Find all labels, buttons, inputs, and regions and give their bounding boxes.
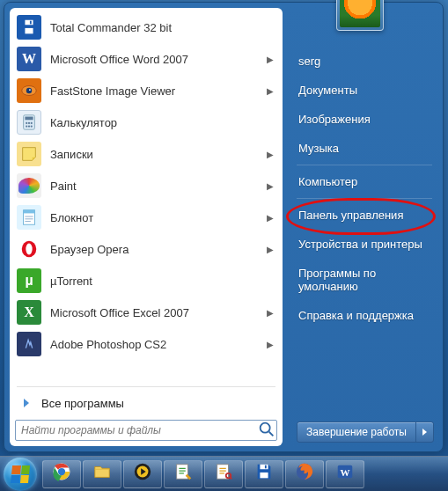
- program-item[interactable]: Adobe Photoshop CS2▶: [11, 328, 281, 360]
- program-item[interactable]: Paint▶: [11, 170, 281, 202]
- submenu-arrow-icon: ▶: [267, 86, 274, 96]
- svg-point-8: [26, 122, 27, 124]
- right-panel-item[interactable]: Устройства и принтеры: [293, 230, 436, 259]
- svg-rect-1: [25, 28, 33, 33]
- separator: [297, 198, 432, 199]
- program-label: FastStone Image Viewer: [50, 84, 267, 98]
- taskbar-app-firefox[interactable]: [285, 460, 324, 488]
- arrow-right-icon: [24, 399, 29, 407]
- all-programs-button[interactable]: Все программы: [11, 390, 281, 416]
- taskbar-app-word2[interactable]: W: [326, 460, 364, 488]
- program-item[interactable]: Total Commander 32 bit: [11, 11, 281, 43]
- program-item[interactable]: µµTorrent: [11, 265, 281, 297]
- taskbar-app-explorer[interactable]: [83, 460, 121, 488]
- right-panel-item[interactable]: Изображения: [293, 105, 436, 134]
- firefox-icon: [295, 462, 314, 486]
- right-panel-item[interactable]: Справка и поддержка: [293, 301, 436, 330]
- program-label: Записки: [50, 148, 267, 161]
- explorer-icon: [92, 462, 112, 486]
- player-icon: [133, 462, 152, 486]
- opera-icon: [17, 237, 41, 261]
- utorrent-icon: µ: [17, 268, 41, 293]
- svg-rect-2: [30, 21, 32, 25]
- taskbar-app-save2[interactable]: [245, 460, 283, 488]
- taskbar: W: [0, 456, 448, 491]
- taskbar-app-image-viewer[interactable]: [204, 460, 243, 488]
- svg-rect-30: [177, 465, 188, 480]
- right-panel-item[interactable]: serg: [293, 47, 436, 76]
- shutdown-label[interactable]: Завершение работы: [297, 422, 415, 442]
- divider: [17, 386, 275, 387]
- search-box[interactable]: [15, 420, 277, 441]
- svg-point-22: [261, 422, 270, 432]
- program-label: Adobe Photoshop CS2: [50, 338, 267, 351]
- photoshop-icon: [17, 332, 41, 356]
- sticky-notes-icon: [17, 142, 41, 166]
- start-menu-right-panel: sergДокументыИзображенияМузыкаКомпьютерП…: [283, 8, 437, 446]
- program-label: Блокнот: [50, 211, 267, 224]
- start-menu: Total Commander 32 bitWMicrosoft Office …: [4, 2, 444, 452]
- search-input[interactable]: [16, 424, 257, 436]
- submenu-arrow-icon: ▶: [267, 55, 274, 64]
- start-menu-left-panel: Total Commander 32 bitWMicrosoft Office …: [10, 8, 283, 446]
- save2-icon: [254, 462, 274, 486]
- word-icon: W: [17, 47, 41, 71]
- svg-point-11: [26, 125, 27, 127]
- right-panel-item[interactable]: Компьютер: [293, 167, 436, 196]
- svg-point-5: [29, 89, 31, 91]
- shutdown-row: Завершение работы: [293, 419, 436, 444]
- shutdown-button[interactable]: Завершение работы: [297, 421, 434, 443]
- svg-point-12: [28, 125, 30, 127]
- svg-point-9: [28, 122, 30, 124]
- right-panel-item[interactable]: Музыка: [293, 134, 436, 163]
- right-panel-item[interactable]: Программы по умолчанию: [293, 259, 436, 301]
- image-viewer-icon: [214, 462, 233, 486]
- svg-point-4: [26, 88, 32, 93]
- taskbar-app-player[interactable]: [123, 460, 162, 488]
- start-button[interactable]: [4, 458, 37, 491]
- windows-logo-icon: [11, 465, 30, 483]
- program-item[interactable]: Браузер Opera▶: [11, 233, 281, 265]
- program-item[interactable]: Блокнот▶: [11, 202, 281, 233]
- taskbar-app-notepad2[interactable]: [164, 460, 202, 488]
- search-icon[interactable]: [257, 420, 276, 442]
- program-item[interactable]: Записки▶: [11, 138, 281, 170]
- submenu-arrow-icon: ▶: [267, 150, 274, 159]
- svg-line-23: [269, 431, 274, 436]
- separator: [297, 165, 432, 165]
- right-panel-list: sergДокументыИзображенияМузыкаКомпьютерП…: [293, 47, 436, 419]
- taskbar-app-chrome[interactable]: [42, 460, 81, 488]
- program-label: Браузер Opera: [50, 243, 267, 256]
- submenu-arrow-icon: ▶: [267, 340, 274, 349]
- program-list: Total Commander 32 bitWMicrosoft Office …: [11, 11, 281, 384]
- svg-point-20: [26, 244, 32, 255]
- program-label: µTorrent: [50, 275, 275, 288]
- right-panel-item[interactable]: Панель управления: [293, 201, 436, 230]
- notepad2-icon: [173, 462, 193, 486]
- program-item[interactable]: XMicrosoft Office Excel 2007▶: [11, 297, 281, 328]
- shutdown-options-button[interactable]: [415, 422, 433, 442]
- svg-rect-33: [260, 465, 268, 470]
- paint-icon: [17, 173, 41, 198]
- eye-icon: [17, 78, 41, 103]
- svg-point-13: [31, 125, 33, 127]
- program-label: Paint: [50, 180, 267, 193]
- user-avatar[interactable]: [336, 0, 384, 31]
- chrome-icon: [52, 462, 71, 486]
- submenu-arrow-icon: ▶: [267, 213, 274, 223]
- program-item[interactable]: FastStone Image Viewer▶: [11, 75, 281, 106]
- program-item[interactable]: Калькулятор: [11, 106, 281, 138]
- svg-point-10: [31, 122, 33, 124]
- program-item[interactable]: WMicrosoft Office Word 2007▶: [11, 43, 281, 75]
- svg-rect-0: [25, 20, 33, 26]
- taskbar-pinned-apps: W: [42, 460, 364, 488]
- program-label: Microsoft Office Word 2007: [50, 53, 267, 66]
- program-label: Total Commander 32 bit: [50, 21, 275, 34]
- arrow-right-icon: [422, 429, 427, 436]
- all-programs-label: Все программы: [41, 397, 124, 410]
- right-panel-item[interactable]: Документы: [293, 76, 436, 105]
- notepad-icon: [17, 205, 41, 230]
- word2-icon: W: [335, 462, 355, 486]
- svg-rect-15: [24, 210, 35, 214]
- submenu-arrow-icon: ▶: [267, 245, 274, 254]
